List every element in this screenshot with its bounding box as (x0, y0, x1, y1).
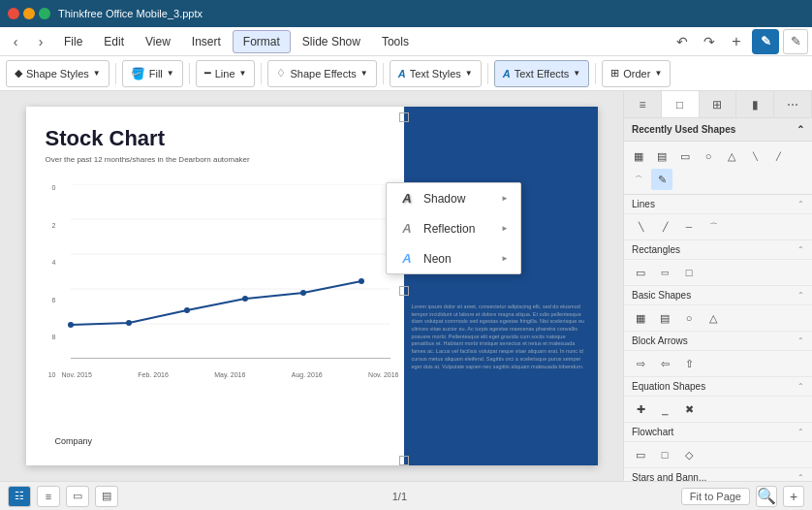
maximize-button[interactable] (39, 8, 50, 19)
y-label-8: 8 (41, 334, 58, 340)
tab-more[interactable]: ⋯ (774, 91, 812, 117)
shape-pencil[interactable]: ✎ (651, 169, 672, 190)
edit-mode-button[interactable]: ✎ (752, 29, 779, 54)
chart-plot (62, 184, 399, 359)
tab-table[interactable]: ⊞ (700, 91, 737, 117)
separator (595, 63, 596, 84)
menu-file[interactable]: File (54, 31, 92, 52)
edit-icon-button[interactable]: ✎ (783, 29, 808, 54)
shape-styles-button[interactable]: ◆ Shape Styles ▼ (6, 60, 109, 87)
x-label-5: Nov. 2016 (368, 371, 398, 378)
menu-format[interactable]: Format (233, 30, 291, 53)
shadow-option[interactable]: A Shadow ► (387, 183, 520, 213)
notes-view-button[interactable]: ▭ (66, 486, 89, 507)
menu-tools[interactable]: Tools (372, 31, 419, 52)
neon-option[interactable]: A Neon ► (387, 243, 520, 273)
arrow-shape-1[interactable]: ⇨ (630, 353, 651, 374)
basic-shape-4[interactable]: △ (703, 307, 724, 329)
basic-shapes-expand-icon: ⌃ (797, 291, 804, 300)
rect-shape-2[interactable]: ▭ (654, 262, 675, 283)
block-arrows-expand-icon: ⌃ (797, 336, 804, 345)
shape-diag-line[interactable]: ╲ (744, 145, 765, 167)
x-axis: Nov. 2015 Feb. 2016 May. 2016 Aug. 2016 … (62, 361, 399, 378)
arrow-shape-2[interactable]: ⇦ (654, 353, 675, 374)
line-shape-4[interactable]: ⌒ (703, 216, 724, 238)
menu-view[interactable]: View (136, 31, 180, 52)
chart-subtitle: Over the past 12 months/shares in the De… (46, 155, 250, 164)
shape-rect[interactable]: ▭ (674, 145, 696, 167)
shape-line2[interactable]: ╱ (767, 145, 789, 167)
stars-banners-expand-icon: ⌃ (797, 473, 804, 481)
tab-text[interactable]: ≡ (624, 91, 662, 117)
filmstrip-view-button[interactable]: ▤ (95, 486, 118, 507)
rect-shape-3[interactable]: □ (678, 262, 700, 283)
tab-shape[interactable]: □ (662, 91, 700, 117)
outline-view-button[interactable]: ≡ (37, 486, 60, 507)
minimize-button[interactable] (23, 8, 35, 19)
line-chart-svg (62, 184, 399, 359)
basic-shapes-label: Basic Shapes (632, 290, 797, 301)
menu-edit[interactable]: Edit (94, 31, 134, 52)
close-button[interactable] (8, 8, 19, 19)
eq-shape-3[interactable]: ✖ (678, 398, 700, 420)
text-styles-icon: A (398, 68, 406, 80)
undo-button[interactable]: ↶ (671, 30, 694, 53)
shape-circle[interactable]: ○ (698, 145, 719, 167)
text-styles-button[interactable]: A Text Styles ▼ (390, 60, 482, 87)
chevron-down-icon: ▼ (360, 69, 368, 78)
slide-area[interactable]: Stock Chart Over the past 12 months/shar… (0, 91, 623, 481)
arrow-shape-3[interactable]: ⇧ (678, 353, 700, 374)
back-button[interactable]: ‹ (4, 30, 27, 53)
line-shape-1[interactable]: ╲ (630, 216, 651, 238)
flow-shape-2[interactable]: □ (654, 444, 675, 465)
chevron-right-icon: ► (501, 224, 509, 233)
menu-slideshow[interactable]: Slide Show (293, 31, 370, 52)
shape-table[interactable]: ▦ (628, 145, 649, 167)
flow-shape-3[interactable]: ◇ (678, 444, 700, 465)
x-label-4: Aug. 2016 (292, 371, 323, 378)
category-flowchart: Flowchart ⌃ (624, 423, 812, 442)
fill-button[interactable]: 🪣 Fill ▼ (122, 60, 183, 87)
redo-button[interactable]: ↷ (698, 30, 721, 53)
block-arrows-label: Block Arrows (632, 335, 797, 346)
rectangles-expand-icon: ⌃ (797, 245, 804, 254)
basic-shape-1[interactable]: ▦ (630, 307, 651, 329)
slide-view-button[interactable]: ☷ (8, 486, 31, 507)
shape-triangle[interactable]: △ (721, 145, 742, 167)
eq-shape-2[interactable]: ⎯ (654, 398, 675, 420)
line-shape-2[interactable]: ╱ (654, 216, 675, 238)
fit-to-page-button[interactable]: Fit to Page (681, 488, 750, 505)
basic-shape-3[interactable]: ○ (678, 307, 700, 329)
tab-chart[interactable]: ▮ (736, 91, 774, 117)
menu-insert[interactable]: Insert (182, 31, 231, 52)
rect-shape-1[interactable]: ▭ (630, 262, 651, 283)
shape-curved[interactable]: ⌒ (628, 169, 649, 190)
shape-grid[interactable]: ▤ (651, 145, 672, 167)
x-label-1: Nov. 2015 (62, 371, 92, 378)
forward-button[interactable]: › (29, 30, 52, 53)
block-arrows-row: ⇨ ⇦ ⇧ (624, 351, 812, 377)
handle-bl (399, 456, 409, 465)
zoom-out-button[interactable]: 🔍 (756, 486, 777, 507)
title-bar: Thinkfree Office Mobile_3.pptx (0, 0, 812, 27)
eq-shape-1[interactable]: ✚ (630, 398, 651, 420)
reflection-option[interactable]: A Reflection ► (387, 213, 520, 243)
zoom-in-button[interactable]: + (783, 486, 804, 507)
line-button[interactable]: ━ Line ▼ (196, 60, 256, 87)
chevron-down-icon: ▼ (465, 69, 473, 78)
basic-shape-2[interactable]: ▤ (654, 307, 675, 329)
chevron-right-icon: ► (501, 254, 509, 263)
flowchart-shapes-row: ▭ □ ◇ (624, 442, 812, 468)
flow-shape-1[interactable]: ▭ (630, 444, 651, 465)
category-block-arrows: Block Arrows ⌃ (624, 332, 812, 351)
add-button[interactable]: + (725, 30, 748, 53)
text-effects-button[interactable]: A Text Effects ▼ (494, 60, 590, 87)
shape-effects-button[interactable]: ♢ Shape Effects ▼ (267, 60, 376, 87)
recently-used-header: Recently Used Shapes ⌃ (624, 118, 812, 142)
line-shape-3[interactable]: ─ (678, 216, 700, 238)
slide[interactable]: Stock Chart Over the past 12 months/shar… (26, 107, 598, 465)
chevron-down-icon: ▼ (239, 69, 247, 78)
stars-banners-label: Stars and Bann... (632, 472, 797, 481)
order-button[interactable]: ⊞ Order ▼ (602, 60, 671, 87)
separator (189, 63, 190, 84)
